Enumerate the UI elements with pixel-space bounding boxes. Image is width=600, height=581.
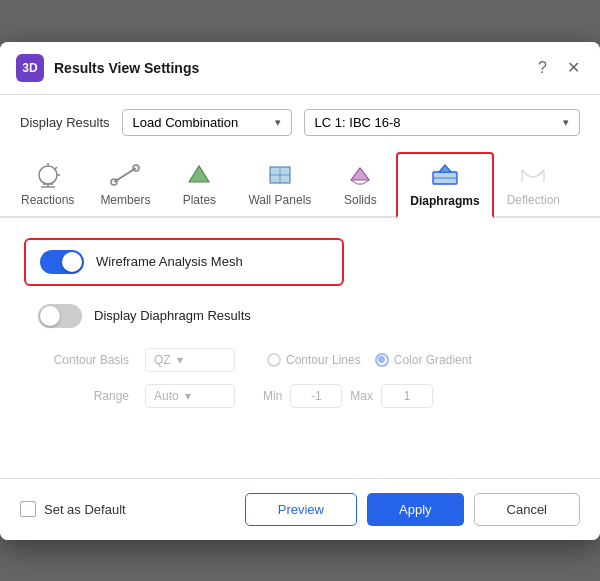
- footer: Set as Default Preview Apply Cancel: [0, 478, 600, 540]
- tab-reactions[interactable]: Reactions: [8, 152, 87, 218]
- reactions-icon: [32, 161, 64, 189]
- plates-icon: [183, 161, 215, 189]
- svg-point-0: [39, 166, 57, 184]
- set-as-default-label: Set as Default: [44, 502, 126, 517]
- app-logo: 3D: [16, 54, 44, 82]
- results-view-settings-dialog: 3D Results View Settings ? ✕ Display Res…: [0, 42, 600, 540]
- dialog-title: Results View Settings: [54, 60, 524, 76]
- apply-button[interactable]: Apply: [367, 493, 464, 526]
- footer-right: Preview Apply Cancel: [245, 493, 580, 526]
- load-combination-dropdown[interactable]: Load Combination ▾: [122, 109, 292, 136]
- max-label: Max: [350, 389, 373, 403]
- members-icon: [109, 161, 141, 189]
- contour-basis-row: Contour Basis QZ ▾ Contour Lines Color G…: [34, 348, 576, 372]
- svg-marker-19: [439, 165, 451, 172]
- display-results-label: Display Results: [20, 115, 110, 130]
- svg-line-15: [363, 180, 369, 184]
- tab-plates[interactable]: Plates: [163, 152, 235, 218]
- display-diaphragm-row: Display Diaphragm Results: [24, 300, 576, 332]
- display-diaphragm-label: Display Diaphragm Results: [94, 308, 251, 323]
- svg-line-2: [55, 167, 57, 169]
- tab-wall-panels-label: Wall Panels: [248, 193, 311, 207]
- contour-basis-dropdown: QZ ▾: [145, 348, 235, 372]
- options-grid: Contour Basis QZ ▾ Contour Lines Color G…: [24, 348, 576, 408]
- help-button[interactable]: ?: [534, 58, 551, 78]
- display-results-row: Display Results Load Combination ▾ LC 1:…: [0, 95, 600, 150]
- deflection-icon: [517, 161, 549, 189]
- range-label: Range: [34, 389, 129, 403]
- svg-line-6: [114, 168, 136, 182]
- contour-basis-label: Contour Basis: [34, 353, 129, 367]
- tab-solids-label: Solids: [344, 193, 377, 207]
- tab-diaphragms[interactable]: Diaphragms: [396, 152, 493, 218]
- range-dropdown: Auto ▾: [145, 384, 235, 408]
- close-button[interactable]: ✕: [563, 58, 584, 78]
- tab-deflection-label: Deflection: [507, 193, 560, 207]
- wall-panels-icon: [264, 161, 296, 189]
- contour-lines-radio: Contour Lines: [267, 353, 361, 367]
- tab-members-label: Members: [100, 193, 150, 207]
- tab-wall-panels[interactable]: Wall Panels: [235, 152, 324, 218]
- tab-plates-label: Plates: [183, 193, 216, 207]
- lc-dropdown[interactable]: LC 1: IBC 16-8 ▾: [304, 109, 580, 136]
- max-input: [381, 384, 433, 408]
- svg-marker-13: [351, 168, 369, 180]
- solids-icon: [344, 161, 376, 189]
- wireframe-toggle-row: Wireframe Analysis Mesh: [24, 238, 344, 286]
- preview-button[interactable]: Preview: [245, 493, 357, 526]
- title-bar: 3D Results View Settings ? ✕: [0, 42, 600, 95]
- svg-marker-9: [189, 166, 209, 182]
- footer-left: Set as Default: [20, 501, 126, 517]
- chevron-down-icon: ▾: [185, 389, 191, 403]
- tabs-bar: Reactions Members Plates: [0, 150, 600, 218]
- content-area: Wireframe Analysis Mesh Display Diaphrag…: [0, 218, 600, 478]
- min-label: Min: [263, 389, 282, 403]
- diaphragms-icon: [429, 162, 461, 190]
- tab-members[interactable]: Members: [87, 152, 163, 218]
- tab-deflection: Deflection: [494, 152, 573, 218]
- display-type-radio-group: Contour Lines Color Gradient: [267, 353, 472, 367]
- wireframe-label: Wireframe Analysis Mesh: [96, 254, 243, 269]
- min-max-row: Min Max: [251, 384, 433, 408]
- chevron-down-icon: ▾: [563, 116, 569, 129]
- chevron-down-icon: ▾: [177, 353, 183, 367]
- display-diaphragm-toggle[interactable]: [38, 304, 82, 328]
- chevron-down-icon: ▾: [275, 116, 281, 129]
- svg-line-14: [351, 180, 357, 184]
- color-gradient-radio: Color Gradient: [375, 353, 472, 367]
- tab-solids[interactable]: Solids: [324, 152, 396, 218]
- wireframe-toggle[interactable]: [40, 250, 84, 274]
- cancel-button[interactable]: Cancel: [474, 493, 580, 526]
- tab-reactions-label: Reactions: [21, 193, 74, 207]
- tab-diaphragms-label: Diaphragms: [410, 194, 479, 208]
- title-bar-actions: ? ✕: [534, 58, 584, 78]
- range-row: Range Auto ▾ Min Max: [34, 384, 576, 408]
- min-input: [290, 384, 342, 408]
- set-as-default-checkbox[interactable]: [20, 501, 36, 517]
